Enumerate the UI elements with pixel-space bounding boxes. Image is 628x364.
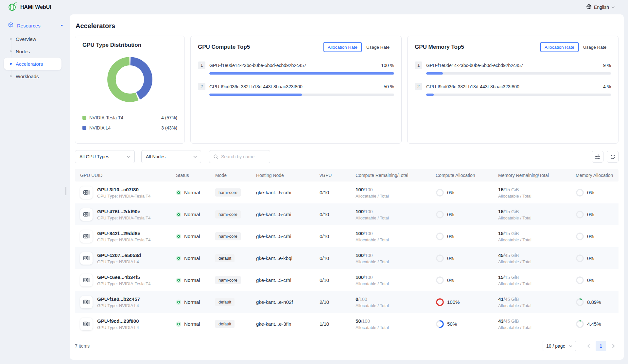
scrollbar-thumb[interactable] <box>65 187 66 195</box>
sidebar: Resources Overview Nodes Accelerators <box>0 14 70 364</box>
compute-top5-list: 1 GPU-f1e0de14-23bc-b0be-5b0d-ecbd92b2c4… <box>198 61 394 96</box>
next-page-button[interactable] <box>608 341 619 351</box>
menu-dot-icon <box>10 63 12 65</box>
refresh-button[interactable] <box>607 151 619 163</box>
sidebar-item-overview[interactable]: Overview <box>0 33 70 45</box>
donut-legend: NVIDIA-Tesla T4 4 (57%) NVIDIA L4 3 (43%… <box>82 113 177 133</box>
table-row: GPU-842f...29dd8e GPU Type: NVIDIA-Tesla… <box>75 225 619 247</box>
compute-top5-title: GPU Compute Top5 <box>198 44 250 50</box>
column-settings-button[interactable] <box>592 151 603 163</box>
sidebar-item-accelerators[interactable]: Accelerators <box>4 58 61 70</box>
usage-rate-tab[interactable]: Usage Rate <box>579 42 611 52</box>
allocatable-caption: Allocatable / Total <box>498 237 570 242</box>
gpu-uuid[interactable]: GPU-c207...e5053d <box>97 252 141 258</box>
compute-total: /100 <box>364 187 373 192</box>
compute-allocation-value: 0% <box>447 234 454 239</box>
sidebar-item-resources[interactable]: Resources <box>0 19 70 32</box>
gpu-card-icon <box>80 230 93 243</box>
mode-chip: hami-core <box>215 276 241 284</box>
col-mode: Mode <box>210 173 251 178</box>
gpu-uuid[interactable]: GPU-476f...2dd90e <box>97 209 151 214</box>
allocatable-caption: Allocatable / Total <box>356 237 430 242</box>
compute-allocation-ring <box>436 188 444 197</box>
rank-badge: 1 <box>415 61 422 69</box>
sidebar-item-nodes[interactable]: Nodes <box>0 45 70 58</box>
page-size-select[interactable]: 10 / page <box>543 341 576 351</box>
progress-track <box>209 94 394 96</box>
sidebar-item-workloads[interactable]: Workloads <box>0 70 70 82</box>
legend-label: NVIDIA-Tesla T4 <box>89 115 161 120</box>
compute-remaining: 100 <box>356 209 364 214</box>
memory-allocation-ring <box>576 276 584 285</box>
page-number-1[interactable]: 1 <box>596 341 606 351</box>
search-box <box>209 150 270 163</box>
gpu-uuid[interactable]: GPU-f9cd...23f800 <box>97 318 139 324</box>
top5-entry: 2 GPU-f9cd036c-382f-b13d-443f-8baac323f8… <box>415 83 611 96</box>
gpu-card-icon <box>80 186 93 199</box>
status-normal-icon <box>176 321 181 327</box>
memory-allocation-ring <box>576 298 584 306</box>
memory-allocation-value: 4.45% <box>587 321 601 327</box>
node-select[interactable]: All Nodes <box>141 150 201 163</box>
gpu-uuid[interactable]: GPU-3f10...c07f80 <box>97 187 151 192</box>
memory-top5-list: 1 GPU-f1e0de14-23bc-b0be-5b0d-ecbd92b2c4… <box>415 61 611 96</box>
allocatable-caption: Allocatable / Total <box>356 303 430 308</box>
memory-allocation-ring <box>576 210 584 219</box>
gpu-name: GPU-f9cd036c-382f-b13d-443f-8baac323f800 <box>209 84 380 89</box>
status-normal-icon <box>176 300 181 305</box>
status-text: Normal <box>184 321 200 327</box>
filter-bar: All GPU Types All Nodes <box>75 150 619 163</box>
allocation-rate-tab[interactable]: Allocation Rate <box>323 42 362 52</box>
gpu-uuid[interactable]: GPU-842f...29dd8e <box>97 231 151 236</box>
compute-allocation-value: 0% <box>447 255 454 261</box>
caret-down-icon <box>60 24 64 27</box>
refresh-icon <box>610 154 616 160</box>
usage-rate-tab[interactable]: Usage Rate <box>362 42 394 52</box>
status-normal-icon <box>176 190 181 195</box>
legend-item-l4[interactable]: NVIDIA L4 3 (43%) <box>82 123 177 133</box>
gpu-compute-top5-card: GPU Compute Top5 Allocation Rate Usage R… <box>190 36 402 144</box>
memory-remaining: 15 <box>498 209 504 214</box>
table-row: GPU-f9cd...23f800 GPU Type: NVIDIA L4 No… <box>75 313 619 335</box>
legend-swatch-green <box>82 116 86 120</box>
allocation-rate-tab[interactable]: Allocation Rate <box>540 42 579 52</box>
progress-track <box>209 72 394 75</box>
table-row: GPU-c6ee...4b34f5 GPU Type: NVIDIA-Tesla… <box>75 269 619 291</box>
top5-entry: 2 GPU-f9cd036c-382f-b13d-443f-8baac323f8… <box>198 83 394 96</box>
gpu-uuid[interactable]: GPU-c6ee...4b34f5 <box>97 274 151 280</box>
mode-chip: default <box>215 298 235 306</box>
memory-allocation-value: 0% <box>587 234 594 239</box>
mode-chip: hami-core <box>215 210 241 218</box>
compute-remaining: 100 <box>356 231 364 236</box>
language-selector[interactable]: English <box>586 4 615 11</box>
donut-svg <box>105 55 155 104</box>
search-input[interactable] <box>221 154 264 159</box>
gpu-type-select-value: All GPU Types <box>79 154 109 159</box>
mode-chip: hami-core <box>215 232 241 240</box>
compute-total: /100 <box>358 297 367 302</box>
status-normal-icon <box>176 278 181 283</box>
col-memory-remaining: Memory Remaining/Total <box>493 173 570 178</box>
memory-allocation-ring <box>576 320 584 328</box>
memory-remaining: 15 <box>498 274 504 280</box>
summary-cards: GPU Type Distribution NVIDIA-Tesla T4 4 … <box>75 36 619 144</box>
gpu-type: GPU Type: NVIDIA-Tesla T4 <box>97 216 151 220</box>
compute-total: /100 <box>364 231 373 236</box>
gpu-uuid[interactable]: GPU-f1e0...b2c457 <box>97 296 140 302</box>
hosting-node: gke-kant...e-n02f <box>251 299 314 305</box>
col-compute-allocation: Compute Allocation <box>430 173 493 178</box>
legend-item-tesla-t4[interactable]: NVIDIA-Tesla T4 4 (57%) <box>82 113 177 123</box>
memory-total: /15 GiB <box>504 209 519 214</box>
memory-remaining: 43 <box>498 318 504 324</box>
allocatable-caption: Allocatable / Total <box>356 281 430 286</box>
compute-total: /100 <box>361 319 370 324</box>
memory-total: /15 GiB <box>504 231 519 236</box>
compute-allocation-value: 0% <box>447 277 454 283</box>
prev-page-button[interactable] <box>583 341 594 351</box>
chevron-right-icon <box>612 344 615 348</box>
compute-remaining: 100 <box>356 252 364 258</box>
menu-dot-icon <box>10 38 12 40</box>
sidebar-submenu: Overview Nodes Accelerators Workloads <box>0 33 70 82</box>
gpu-type-select[interactable]: All GPU Types <box>75 150 135 163</box>
language-label: English <box>594 5 609 10</box>
